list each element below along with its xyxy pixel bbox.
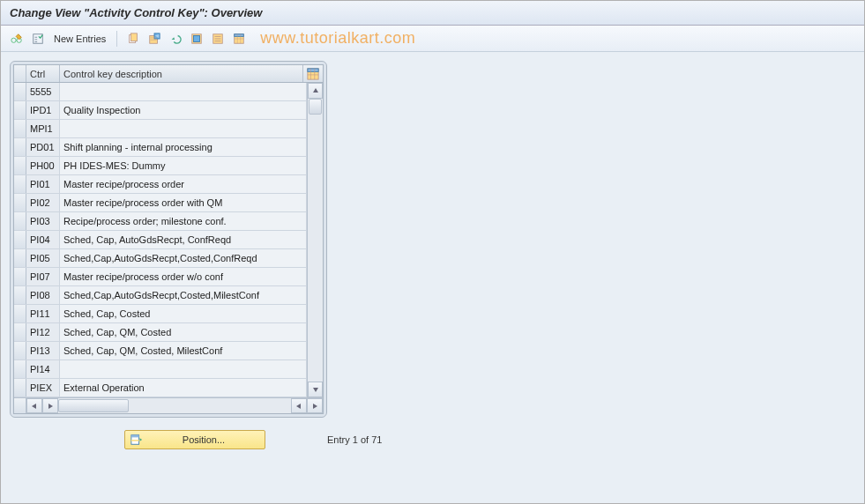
cell-ctrl[interactable]: PI08 xyxy=(26,286,60,304)
cell-ctrl[interactable]: MPI1 xyxy=(26,120,60,137)
cell-description[interactable] xyxy=(60,120,307,137)
cell-description[interactable]: Sched, Cap, QM, Costed xyxy=(60,323,307,341)
table-row: PI05Sched,Cap,AutoGdsRecpt,Costed,ConfRe… xyxy=(14,249,307,268)
entry-counter: Entry 1 of 71 xyxy=(327,434,382,445)
row-marker[interactable] xyxy=(14,323,26,341)
table-config-icon xyxy=(233,33,245,45)
watermark-text: www.tutorialkart.com xyxy=(260,29,415,48)
row-marker[interactable] xyxy=(14,194,26,211)
cell-ctrl[interactable]: PI03 xyxy=(26,212,60,230)
row-marker[interactable] xyxy=(14,379,26,397)
hscroll-thumb[interactable] xyxy=(58,399,129,412)
cell-description[interactable]: Sched,Cap,AutoGdsRecpt,Costed,MilestConf xyxy=(60,286,307,304)
cell-description[interactable]: Sched, Cap, Costed xyxy=(60,305,307,322)
row-marker[interactable] xyxy=(14,120,26,137)
cell-ctrl[interactable]: PI05 xyxy=(26,249,60,267)
cell-description[interactable]: Sched, Cap, QM, Costed, MilestConf xyxy=(60,342,307,359)
row-marker[interactable] xyxy=(14,231,26,248)
table-row: PI03Recipe/process order; milestone conf… xyxy=(14,212,307,231)
row-marker[interactable] xyxy=(14,101,26,119)
deselect-all-button[interactable] xyxy=(209,30,227,48)
select-range-button[interactable] xyxy=(29,30,47,48)
row-marker[interactable] xyxy=(14,286,26,304)
table-row: PI01Master recipe/process order xyxy=(14,175,307,194)
scroll-left-end-button[interactable] xyxy=(291,398,307,413)
triangle-down-icon xyxy=(312,386,319,393)
column-header-description[interactable]: Control key description xyxy=(60,65,303,82)
svg-rect-4 xyxy=(131,33,138,41)
cell-description[interactable]: Quality Inspection xyxy=(60,101,307,119)
new-entries-button[interactable]: New Entries xyxy=(54,33,106,44)
cell-ctrl[interactable]: PI04 xyxy=(26,231,60,248)
scroll-down-button[interactable] xyxy=(308,382,323,397)
row-marker[interactable] xyxy=(14,83,26,100)
cell-description[interactable]: Recipe/process order; milestone conf. xyxy=(60,212,307,230)
position-button-label: Position... xyxy=(148,434,259,445)
triangle-left-icon xyxy=(31,403,38,410)
cell-description[interactable]: Shift planning - internal processing xyxy=(60,138,307,156)
cell-description[interactable] xyxy=(60,83,307,100)
content-area: Ctrl Control key description 5555IPD1Qua… xyxy=(1,52,864,503)
cell-ctrl[interactable]: PI13 xyxy=(26,342,60,359)
select-all-button[interactable] xyxy=(188,30,205,48)
table-row: PI07Master recipe/process order w/o conf xyxy=(14,268,307,286)
row-marker[interactable] xyxy=(14,342,26,359)
cell-ctrl[interactable]: PI07 xyxy=(26,268,60,285)
toggle-display-change-button[interactable] xyxy=(8,30,26,48)
row-marker[interactable] xyxy=(14,249,26,267)
row-marker[interactable] xyxy=(14,360,26,378)
cell-ctrl[interactable]: IPD1 xyxy=(26,101,60,119)
scroll-left-button[interactable] xyxy=(26,398,42,413)
row-marker[interactable] xyxy=(14,305,26,322)
vertical-scrollbar[interactable] xyxy=(307,83,323,397)
position-button[interactable]: Position... xyxy=(124,430,265,449)
cell-description[interactable]: External Operation xyxy=(60,379,307,397)
row-marker[interactable] xyxy=(14,138,26,156)
cell-description[interactable]: Sched,Cap,AutoGdsRecpt,Costed,ConfReqd xyxy=(60,249,307,267)
column-header-ctrl[interactable]: Ctrl xyxy=(26,65,60,82)
cell-description[interactable]: Master recipe/process order w/o conf xyxy=(60,268,307,285)
cell-ctrl[interactable]: PD01 xyxy=(26,138,60,156)
table-settings-button[interactable] xyxy=(303,65,323,82)
delete-entry-icon xyxy=(148,33,160,45)
row-marker[interactable] xyxy=(14,268,26,285)
copy-as-button[interactable] xyxy=(124,30,142,48)
cell-ctrl[interactable]: PI12 xyxy=(26,323,60,341)
hscroll-track[interactable] xyxy=(58,398,291,413)
separator xyxy=(116,31,117,47)
cell-description[interactable]: Master recipe/process order xyxy=(60,175,307,193)
cell-ctrl[interactable]: PI02 xyxy=(26,194,60,211)
row-marker-header[interactable] xyxy=(14,65,26,82)
position-icon xyxy=(130,434,143,446)
print-config-button[interactable] xyxy=(230,30,248,48)
cell-ctrl[interactable]: PIEX xyxy=(26,379,60,397)
cell-ctrl[interactable]: PI14 xyxy=(26,360,60,378)
cell-ctrl[interactable]: PH00 xyxy=(26,157,60,174)
scroll-right-inner-button[interactable] xyxy=(42,398,58,413)
cell-description[interactable] xyxy=(60,360,307,378)
cell-ctrl[interactable]: 5555 xyxy=(26,83,60,100)
cell-description[interactable]: PH IDES-MES: Dummy xyxy=(60,157,307,174)
row-marker[interactable] xyxy=(14,157,26,174)
row-marker[interactable] xyxy=(14,175,26,193)
cell-ctrl[interactable]: PI11 xyxy=(26,305,60,322)
undo-change-button[interactable] xyxy=(167,30,184,48)
triangle-left-icon xyxy=(295,403,302,410)
rows-container: 5555IPD1Quality InspectionMPI1PD01Shift … xyxy=(14,83,307,397)
cell-description[interactable]: Sched, Cap, AutoGdsRecpt, ConfReqd xyxy=(60,231,307,248)
horizontal-scrollbar[interactable] xyxy=(14,397,323,413)
vscroll-thumb[interactable] xyxy=(309,99,322,115)
glasses-pencil-icon xyxy=(11,33,23,45)
scroll-up-button[interactable] xyxy=(308,83,323,99)
table-body: 5555IPD1Quality InspectionMPI1PD01Shift … xyxy=(14,83,323,397)
delete-button[interactable] xyxy=(145,30,163,48)
hscroll-corner xyxy=(14,398,26,413)
cell-description[interactable]: Master recipe/process order with QM xyxy=(60,194,307,211)
row-marker[interactable] xyxy=(14,212,26,230)
footer-row: Position... Entry 1 of 71 xyxy=(10,430,855,449)
table-row: PI11Sched, Cap, Costed xyxy=(14,305,307,323)
scroll-right-button[interactable] xyxy=(307,398,323,413)
undo-icon xyxy=(169,33,182,45)
cell-ctrl[interactable]: PI01 xyxy=(26,175,60,193)
vscroll-track[interactable] xyxy=(308,99,323,382)
